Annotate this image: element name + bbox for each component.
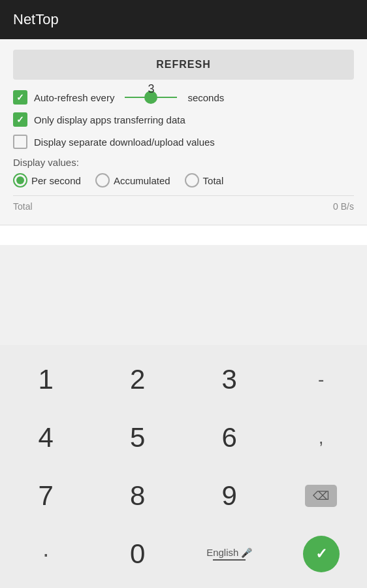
key-2[interactable]: 2 — [92, 351, 184, 407]
auto-refresh-label-pre: Auto-refresh every — [34, 92, 114, 103]
auto-refresh-value: 3 — [148, 82, 154, 96]
radio-total-btn[interactable] — [185, 173, 199, 188]
total-label: Total — [13, 201, 33, 212]
only-display-row: Only display apps transferring data — [13, 112, 354, 127]
key-9[interactable]: 9 — [184, 468, 276, 523]
radio-total[interactable]: Total — [185, 173, 224, 188]
refresh-button[interactable]: REFRESH — [13, 50, 354, 80]
key-3[interactable]: 3 — [184, 351, 276, 407]
key-delete[interactable]: ⌫ — [276, 468, 368, 523]
auto-refresh-checkbox[interactable] — [13, 90, 27, 105]
only-display-checkbox[interactable] — [13, 112, 27, 127]
microphone-icon: 🎤 — [241, 547, 252, 558]
key-5[interactable]: 5 — [92, 410, 184, 465]
total-row: Total 0 B/s — [13, 195, 354, 214]
keyboard-row-1: 1 2 3 - — [0, 351, 367, 407]
checkmark-icon: ✓ — [315, 546, 327, 563]
radio-per-second-label: Per second — [31, 175, 81, 186]
radio-accumulated[interactable]: Accumulated — [95, 173, 170, 188]
settings-panel: REFRESH Auto-refresh every 3 seconds Onl… — [0, 39, 367, 225]
total-value: 0 B/s — [333, 201, 354, 212]
key-7[interactable]: 7 — [0, 468, 92, 523]
key-dot[interactable]: · — [0, 526, 92, 581]
keyboard-row-3: 7 8 9 ⌫ — [0, 468, 367, 523]
auto-refresh-row: Auto-refresh every 3 seconds — [13, 90, 354, 105]
key-0[interactable]: 0 — [92, 526, 184, 581]
key-comma[interactable]: , — [276, 410, 368, 465]
keyboard: 1 2 3 - 4 5 6 , 7 8 9 ⌫ · 0 English 🎤 — [0, 345, 367, 588]
key-8[interactable]: 8 — [92, 468, 184, 523]
separate-display-row: Display separate download/upload values — [13, 135, 354, 149]
key-english[interactable]: English 🎤 — [184, 526, 276, 581]
key-6[interactable]: 6 — [184, 410, 276, 465]
separate-display-checkbox[interactable] — [13, 135, 27, 149]
app-title: NetTop — [13, 11, 59, 28]
app-header: NetTop — [0, 0, 367, 39]
separate-display-label: Display separate download/upload values — [34, 137, 215, 148]
radio-accumulated-label: Accumulated — [114, 175, 170, 186]
radio-per-second-btn[interactable] — [13, 173, 27, 188]
radio-row: Per second Accumulated Total — [13, 173, 354, 188]
only-display-label: Only display apps transferring data — [34, 114, 185, 125]
radio-accumulated-btn[interactable] — [95, 173, 110, 188]
key-english-label: English — [206, 547, 238, 558]
radio-total-label: Total — [203, 175, 224, 186]
key-4[interactable]: 4 — [0, 410, 92, 465]
auto-refresh-label-post: seconds — [187, 92, 224, 103]
key-1[interactable]: 1 — [0, 351, 92, 407]
radio-per-second[interactable]: Per second — [13, 173, 81, 188]
keyboard-row-4: · 0 English 🎤 ✓ — [0, 526, 367, 581]
display-values-label: Display values: — [13, 157, 354, 168]
key-minus[interactable]: - — [276, 351, 368, 407]
key-confirm[interactable]: ✓ — [303, 536, 340, 572]
spacer — [0, 225, 367, 245]
keyboard-row-2: 4 5 6 , — [0, 410, 367, 465]
